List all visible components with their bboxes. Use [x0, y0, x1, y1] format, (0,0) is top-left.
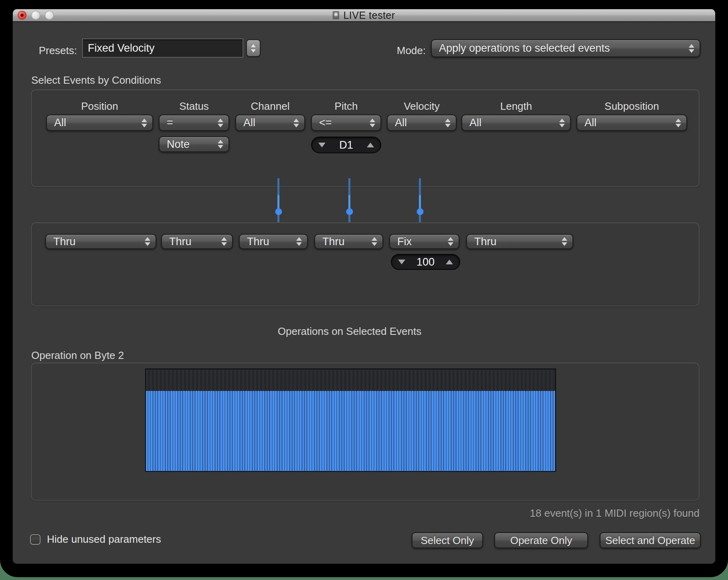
live-tester-window: LIVE tester Presets: Fixed Velocity Mode… [13, 9, 715, 564]
updown-arrows-icon [562, 237, 567, 246]
operate-only-button[interactable]: Operate Only [494, 532, 588, 548]
mode-value: Apply operations to selected events [439, 42, 610, 54]
condition-status-popup[interactable]: = [159, 115, 229, 131]
velocity-fix-stepper[interactable]: 100 [391, 254, 460, 270]
condition-channel-popup[interactable]: All [235, 115, 305, 131]
updown-arrows-icon [293, 119, 299, 127]
op-length-popup[interactable]: Thru [466, 234, 573, 249]
decrement-icon[interactable] [318, 143, 326, 147]
condition-position-popup[interactable]: All [46, 115, 153, 131]
stepper-up-icon[interactable] [251, 44, 256, 47]
zoom-button[interactable] [45, 11, 54, 20]
document-icon [333, 11, 339, 19]
condition-channel-value: All [243, 117, 255, 129]
select-and-operate-button[interactable]: Select and Operate [600, 532, 701, 548]
presets-value: Fixed Velocity [88, 42, 155, 54]
col-header-status: Status [159, 100, 229, 113]
op-status-value: Thru [169, 236, 192, 248]
conditions-heading: Select Events by Conditions [31, 74, 161, 87]
condition-subposition-popup[interactable]: All [576, 115, 687, 131]
updown-arrows-icon [221, 237, 227, 246]
presets-stepper[interactable] [246, 39, 261, 57]
updown-arrows-icon [445, 119, 451, 127]
condition-position-value: All [54, 117, 66, 129]
condition-subposition-value: All [584, 117, 597, 129]
increment-icon[interactable] [446, 260, 453, 264]
presets-field[interactable]: Fixed Velocity [82, 38, 243, 58]
hide-unused-row: Hide unused parameters [30, 533, 161, 546]
velocity-bars[interactable] [146, 391, 555, 471]
op-pitch-popup[interactable]: Thru [314, 234, 383, 249]
mode-label: Mode: [366, 44, 426, 57]
op-velocity-value: Fix [397, 236, 412, 248]
updown-arrows-icon [675, 119, 681, 127]
pitch-stepper-value: D1 [339, 139, 353, 151]
condition-velocity-popup[interactable]: All [387, 115, 457, 131]
presets-label: Presets: [37, 44, 77, 57]
byte2-velocity-graph[interactable] [145, 369, 556, 472]
operations-heading: Operations on Selected Events [278, 325, 421, 338]
col-header-position: Position [46, 100, 153, 113]
minimize-button[interactable] [31, 11, 40, 20]
condition-pitch-popup[interactable]: <= [311, 115, 381, 131]
op-status-popup[interactable]: Thru [161, 234, 233, 249]
updown-arrows-icon [296, 237, 302, 246]
col-header-channel: Channel [235, 100, 305, 113]
op-pitch-value: Thru [322, 236, 345, 248]
updown-arrows-icon [372, 237, 377, 246]
window-title: LIVE tester [343, 10, 395, 21]
velocity-headroom [146, 369, 555, 391]
updown-arrows-icon [142, 119, 147, 127]
condition-pitch-value: <= [319, 117, 332, 129]
close-button[interactable] [18, 11, 26, 20]
condition-length-value: All [469, 117, 481, 129]
pitch-value-stepper[interactable]: D1 [311, 137, 381, 153]
connector-velocity[interactable] [419, 178, 421, 228]
condition-velocity-value: All [395, 117, 407, 129]
updown-arrows-icon [370, 119, 375, 127]
updown-arrows-icon [689, 44, 694, 53]
connector-channel[interactable] [277, 178, 279, 228]
byte2-heading: Operation on Byte 2 [31, 349, 124, 362]
hide-unused-label: Hide unused parameters [47, 533, 161, 546]
op-channel-popup[interactable]: Thru [239, 234, 308, 249]
op-position-value: Thru [53, 236, 76, 248]
titlebar: LIVE tester [13, 9, 715, 22]
velocity-fix-value: 100 [417, 256, 435, 268]
updown-arrows-icon [218, 119, 223, 127]
status-note-value: Note [167, 138, 190, 151]
col-header-velocity: Velocity [387, 100, 457, 113]
select-only-button[interactable]: Select Only [412, 532, 483, 548]
updown-arrows-icon [218, 140, 223, 149]
col-header-subposition: Subposition [576, 100, 687, 113]
mode-popup[interactable]: Apply operations to selected events [431, 39, 700, 57]
op-position-popup[interactable]: Thru [45, 234, 156, 249]
updown-arrows-icon [448, 237, 453, 246]
status-text: 18 event(s) in 1 MIDI region(s) found [374, 507, 700, 520]
condition-status-value: = [167, 117, 173, 129]
title-group: LIVE tester [333, 10, 395, 21]
updown-arrows-icon [145, 237, 150, 246]
updown-arrows-icon [559, 119, 565, 127]
op-channel-value: Thru [247, 236, 269, 248]
hide-unused-checkbox[interactable] [30, 534, 40, 545]
status-note-popup[interactable]: Note [159, 136, 229, 152]
decrement-icon[interactable] [398, 260, 405, 264]
stepper-down-icon[interactable] [251, 49, 256, 52]
op-velocity-popup[interactable]: Fix [389, 234, 459, 249]
increment-icon[interactable] [367, 143, 374, 147]
col-header-pitch: Pitch [311, 100, 381, 113]
condition-length-popup[interactable]: All [461, 115, 571, 131]
op-length-value: Thru [474, 236, 497, 248]
col-header-length: Length [461, 100, 571, 113]
traffic-lights [13, 9, 54, 21]
connector-pitch[interactable] [348, 178, 350, 228]
